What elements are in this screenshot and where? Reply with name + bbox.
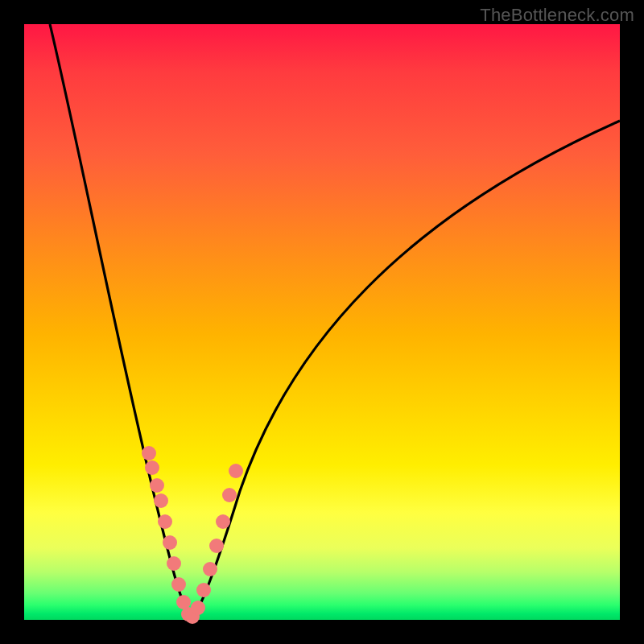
svg-point-11 (191, 601, 205, 615)
svg-point-4 (158, 514, 172, 529)
svg-point-5 (163, 535, 177, 550)
svg-point-6 (167, 556, 181, 571)
svg-point-16 (222, 488, 237, 502)
svg-point-0 (142, 446, 156, 460)
svg-point-1 (145, 460, 159, 475)
svg-point-3 (154, 493, 168, 508)
svg-point-14 (209, 539, 224, 553)
plot-area (24, 24, 620, 620)
svg-point-2 (150, 478, 164, 493)
svg-point-13 (203, 562, 217, 576)
watermark-text: TheBottleneck.com (480, 5, 634, 26)
svg-point-15 (216, 514, 230, 529)
bottleneck-curve (50, 24, 620, 620)
sample-dots (142, 446, 243, 624)
chart-frame: TheBottleneck.com (0, 0, 644, 644)
svg-point-17 (229, 464, 243, 478)
svg-point-7 (171, 577, 186, 592)
curve-layer (24, 24, 620, 620)
svg-point-12 (196, 583, 211, 597)
